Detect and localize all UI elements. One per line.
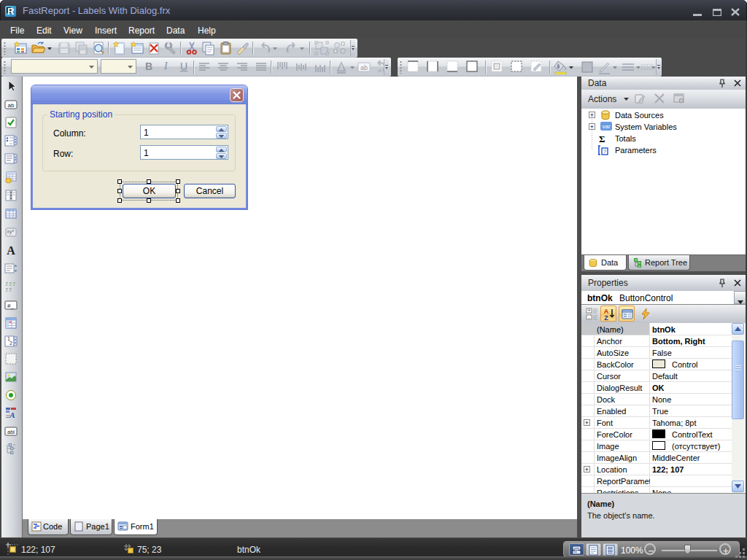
svg-text:A: A bbox=[9, 411, 15, 419]
svg-text:A: A bbox=[7, 244, 15, 257]
svg-text:ab: ab bbox=[8, 102, 15, 109]
svg-text:+: + bbox=[587, 308, 590, 313]
svg-text:#_: #_ bbox=[7, 303, 14, 309]
svg-text:abl: abl bbox=[7, 429, 15, 435]
svg-text:2: 2 bbox=[9, 341, 12, 346]
svg-text:a: a bbox=[378, 67, 382, 74]
svg-text:z: z bbox=[12, 228, 15, 233]
svg-text:?: ? bbox=[603, 149, 606, 154]
svg-text:Z: Z bbox=[604, 314, 608, 321]
svg-text:ab: ab bbox=[360, 64, 368, 71]
svg-text:var: var bbox=[602, 123, 610, 130]
